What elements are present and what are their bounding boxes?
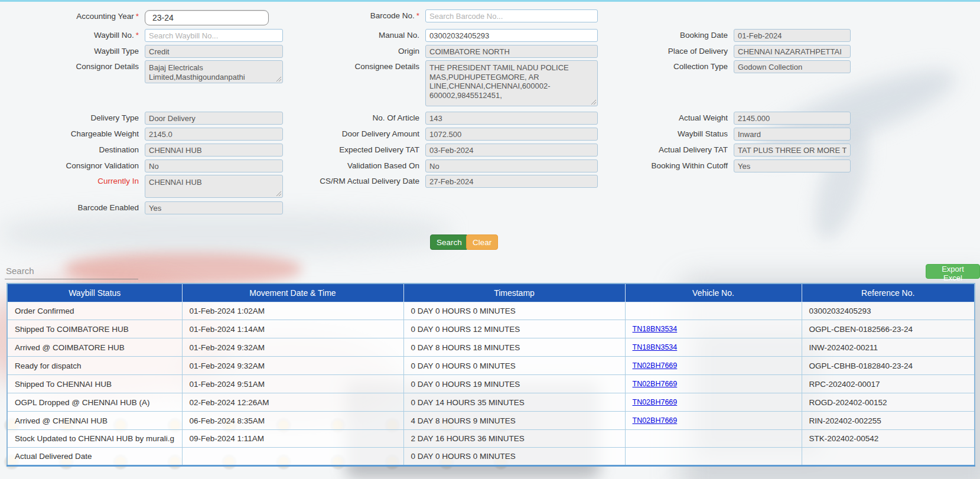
cell-waybill-status: OGPL Dropped @ CHENNAI HUB (A) <box>7 393 182 412</box>
field-door-delivery-amount: Door Delivery Amount <box>287 128 598 141</box>
table-row: Arrived @ CHENNAI HUB06-Feb-2024 8:35AM4… <box>7 412 975 430</box>
col-header-movement-datetime: Movement Date & Time <box>182 284 403 302</box>
cell-movement-datetime <box>182 448 403 466</box>
vehicle-link[interactable]: TN02BH7669 <box>633 380 678 388</box>
collection-type-label: Collection Type <box>595 60 728 73</box>
barcode-enabled-label: Barcode Enabled <box>6 201 139 214</box>
table-row: Shipped To COIMBATORE HUB01-Feb-2024 1:1… <box>7 320 975 338</box>
cell-reference-no: RIN-202402-002255 <box>802 412 975 430</box>
movement-table: Waybill Status Movement Date & Time Time… <box>6 283 975 467</box>
export-excel-button[interactable]: Export Excel <box>926 264 980 279</box>
currently-in-label: Currently In <box>6 175 139 188</box>
collection-type-input <box>734 60 851 73</box>
waybill-type-label: Waybill Type <box>6 45 139 58</box>
consignor-details-label: Consignor Details <box>6 60 139 73</box>
vehicle-link[interactable]: TN02BH7669 <box>633 398 678 406</box>
cell-vehicle-no: TN02BH7669 <box>625 393 802 412</box>
cell-movement-datetime: 06-Feb-2024 8:35AM <box>182 412 403 430</box>
movement-table-body: Order Confirmed01-Feb-2024 1:02AM0 DAY 0… <box>7 302 975 466</box>
field-barcode-no: Barcode No.* <box>287 9 598 22</box>
consignee-details-textarea[interactable]: THE PRESIDENT TAMIL NADU POLICE MAS,PUDH… <box>425 60 598 106</box>
cell-timestamp: 0 DAY 0 HOURS 0 MINUTES <box>403 357 625 375</box>
col-header-vehicle-no: Vehicle No. <box>625 284 802 302</box>
origin-input <box>425 45 598 58</box>
cell-vehicle-no: TN02BH7669 <box>625 375 802 393</box>
door-delivery-amount-input <box>425 128 598 141</box>
validation-based-on-input <box>425 159 598 172</box>
cell-vehicle-no <box>625 448 802 466</box>
currently-in-textarea[interactable]: CHENNAI HUB <box>145 175 283 198</box>
col-header-timestamp: Timestamp <box>403 284 625 302</box>
manual-no-label: Manual No. <box>287 29 419 42</box>
cell-waybill-status: Arrived @ COIMBATORE HUB <box>7 338 182 357</box>
barcode-no-input[interactable] <box>425 9 598 22</box>
field-currently-in: Currently In CHENNAI HUB <box>6 175 283 198</box>
origin-label: Origin <box>287 45 419 58</box>
booking-within-cutoff-label: Booking Within Cutoff <box>595 159 728 172</box>
cell-reference-no: 03002032405293 <box>802 302 975 320</box>
validation-based-on-label: Validation Based On <box>287 159 419 172</box>
table-row: Actual Delivered Date0 DAY 0 HOURS 0 MIN… <box>7 448 975 466</box>
clear-button[interactable]: Clear <box>466 234 498 250</box>
barcode-no-label: Barcode No.* <box>287 9 419 22</box>
table-row: Arrived @ COIMBATORE HUB01-Feb-2024 9:32… <box>7 338 975 357</box>
table-row: OGPL Dropped @ CHENNAI HUB (A)02-Feb-202… <box>7 393 975 412</box>
csrm-actual-delivery-date-label: CS/RM Actual Delivery Date <box>287 175 419 188</box>
cell-waybill-status: Ready for dispatch <box>7 357 182 375</box>
required-asterisk: * <box>136 12 139 21</box>
consignor-validation-label: Consignor Validation <box>6 159 139 172</box>
vehicle-link[interactable]: TN18BN3534 <box>633 343 678 351</box>
table-row: Order Confirmed01-Feb-2024 1:02AM0 DAY 0… <box>7 302 975 320</box>
cell-timestamp: 2 DAY 16 HOURS 36 MINUTES <box>403 430 625 448</box>
vehicle-link[interactable]: TN02BH7669 <box>633 416 678 425</box>
field-validation-based-on: Validation Based On <box>287 159 598 172</box>
cell-movement-datetime: 01-Feb-2024 9:51AM <box>182 375 403 393</box>
field-booking-date: Booking Date <box>595 29 851 42</box>
field-manual-no: Manual No. <box>287 29 598 42</box>
field-consignor-validation: Consignor Validation <box>6 159 283 172</box>
cell-movement-datetime: 01-Feb-2024 9:32AM <box>182 357 403 375</box>
cell-waybill-status: Arrived @ CHENNAI HUB <box>7 412 182 430</box>
cell-timestamp: 0 DAY 14 HOURS 35 MINUTES <box>403 393 625 412</box>
actual-delivery-tat-label: Actual Delivery TAT <box>595 144 728 157</box>
vehicle-link[interactable]: TN02BH7669 <box>633 361 678 370</box>
waybill-no-input[interactable] <box>145 29 283 42</box>
cell-vehicle-no: TN02BH7669 <box>625 412 802 430</box>
table-search-input[interactable] <box>5 262 138 279</box>
field-delivery-type: Delivery Type <box>6 112 283 125</box>
search-button[interactable]: Search <box>430 234 468 250</box>
field-place-of-delivery: Place of Delivery <box>595 45 851 58</box>
consignor-details-textarea[interactable]: Bajaj Electricals Limited,Masthigoundanp… <box>145 60 283 83</box>
barcode-enabled-input <box>145 201 283 214</box>
manual-no-input[interactable] <box>425 29 598 42</box>
booking-date-label: Booking Date <box>595 29 728 42</box>
table-row: Ready for dispatch01-Feb-2024 9:32AM0 DA… <box>7 357 975 375</box>
field-no-of-article: No. Of Article <box>287 112 598 125</box>
accounting-year-select[interactable]: 23-24 <box>145 10 269 25</box>
waybill-status-input <box>734 128 851 141</box>
waybill-type-input <box>145 45 283 58</box>
field-expected-delivery-tat: Expected Delivery TAT <box>287 144 598 157</box>
accounting-year-label: Accounting Year* <box>6 10 139 23</box>
vehicle-link[interactable]: TN18BN3534 <box>633 325 678 333</box>
field-consignor-details: Consignor Details Bajaj Electricals Limi… <box>6 60 283 83</box>
cell-timestamp: 0 DAY 0 HOURS 0 MINUTES <box>403 448 625 466</box>
cell-waybill-status: Shipped To CHENNAI HUB <box>7 375 182 393</box>
chargeable-weight-label: Chargeable Weight <box>6 128 139 141</box>
field-waybill-status: Waybill Status <box>595 128 851 141</box>
field-csrm-actual-delivery-date: CS/RM Actual Delivery Date <box>287 175 598 188</box>
delivery-type-label: Delivery Type <box>6 112 139 125</box>
csrm-actual-delivery-date-input <box>425 175 598 188</box>
cell-movement-datetime: 02-Feb-2024 12:26AM <box>182 393 403 412</box>
cell-reference-no: ROGD-202402-00152 <box>802 393 975 412</box>
waybill-no-label: Waybill No.* <box>6 29 139 42</box>
booking-date-input <box>734 29 851 42</box>
consignee-details-label: Consignee Details <box>287 60 419 73</box>
cell-reference-no: INW-202402-00211 <box>802 338 975 357</box>
cell-vehicle-no <box>625 302 802 320</box>
expected-delivery-tat-input <box>425 144 598 157</box>
required-asterisk: * <box>416 11 419 20</box>
field-accounting-year: Accounting Year* 23-24 <box>6 10 269 25</box>
cell-reference-no: OGPL-CBHB-0182840-23-24 <box>802 357 975 375</box>
col-header-waybill-status: Waybill Status <box>7 284 182 302</box>
